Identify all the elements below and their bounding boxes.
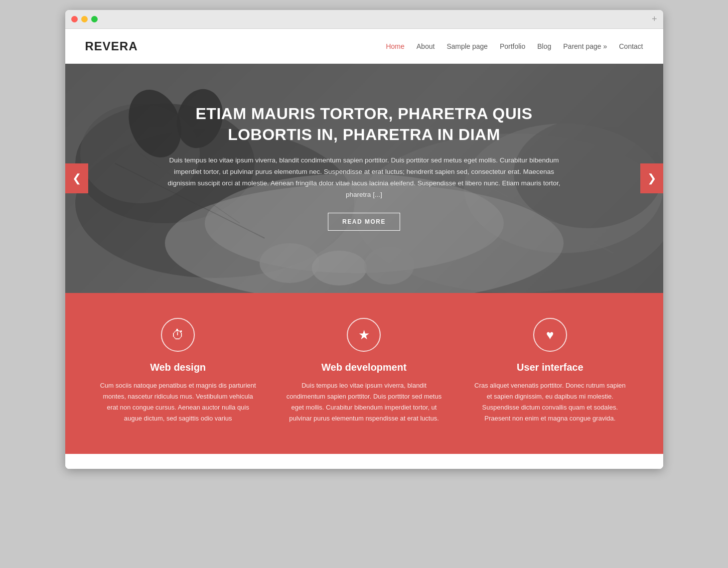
footer-strip xyxy=(65,454,663,469)
nav-home[interactable]: Home xyxy=(386,42,404,50)
web-design-desc: Cum sociis natoque penatibus et magnis d… xyxy=(100,380,256,424)
nav-blog[interactable]: Blog xyxy=(537,42,551,50)
feature-user-interface: ♥ User interface Cras aliquet venenatis … xyxy=(457,318,643,424)
browser-window: + REVERA Home About Sample page Portfoli… xyxy=(65,10,663,469)
browser-chrome: + xyxy=(65,10,663,29)
web-dev-icon: ★ xyxy=(347,318,381,352)
read-more-button[interactable]: READ MORE xyxy=(328,213,400,231)
site-nav: Home About Sample page Portfolio Blog Pa… xyxy=(386,42,643,50)
ui-desc: Cras aliquet venenatis porttitor. Donec … xyxy=(472,380,628,424)
nav-about[interactable]: About xyxy=(417,42,435,50)
feature-web-development: ★ Web development Duis tempus leo vitae … xyxy=(271,318,457,424)
maximize-button[interactable] xyxy=(91,16,98,22)
nav-parent-page[interactable]: Parent page » xyxy=(563,42,607,50)
web-design-icon: ⏱ xyxy=(161,318,195,352)
hero-slider: ❮ ETIAM MAURIS TORTOR, PHARETRA QUIS LOB… xyxy=(65,64,663,293)
nav-portfolio[interactable]: Portfolio xyxy=(500,42,525,50)
web-design-title: Web design xyxy=(100,362,256,373)
feature-web-design: ⏱ Web design Cum sociis natoque penatibu… xyxy=(85,318,271,424)
web-dev-desc: Duis tempus leo vitae ipsum viverra, bla… xyxy=(286,380,442,424)
features-section: ⏱ Web design Cum sociis natoque penatibu… xyxy=(65,293,663,454)
new-tab-icon[interactable]: + xyxy=(652,14,657,24)
hero-title: ETIAM MAURIS TORTOR, PHARETRA QUIS LOBOR… xyxy=(165,104,564,145)
chevron-left-icon: ❮ xyxy=(72,172,81,185)
website-content: REVERA Home About Sample page Portfolio … xyxy=(65,29,663,469)
slider-next-arrow[interactable]: ❯ xyxy=(640,163,663,193)
ui-title: User interface xyxy=(472,362,628,373)
hero-description: Duis tempus leo vitae ipsum viverra, bla… xyxy=(165,155,564,201)
web-dev-title: Web development xyxy=(286,362,442,373)
site-header: REVERA Home About Sample page Portfolio … xyxy=(65,29,663,64)
chevron-right-icon: ❯ xyxy=(647,172,656,185)
nav-sample-page[interactable]: Sample page xyxy=(446,42,488,50)
slider-prev-arrow[interactable]: ❮ xyxy=(65,163,88,193)
traffic-lights xyxy=(71,16,98,22)
minimize-button[interactable] xyxy=(81,16,88,22)
hero-content: ETIAM MAURIS TORTOR, PHARETRA QUIS LOBOR… xyxy=(65,64,663,231)
nav-contact[interactable]: Contact xyxy=(619,42,643,50)
site-logo: REVERA xyxy=(85,39,138,53)
close-button[interactable] xyxy=(71,16,78,22)
ui-icon: ♥ xyxy=(533,318,567,352)
